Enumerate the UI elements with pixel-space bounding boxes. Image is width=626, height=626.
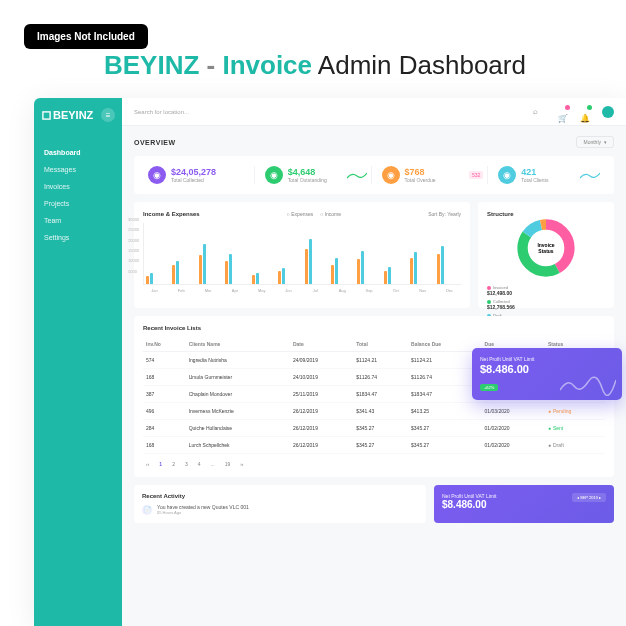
sidebar-item-settings[interactable]: Settings bbox=[44, 229, 112, 246]
table-row[interactable]: 168Lurch Schpellchek26/12/2019$345.27$34… bbox=[143, 437, 605, 454]
next-icon[interactable]: ›› bbox=[237, 460, 246, 468]
menu-toggle-icon[interactable] bbox=[101, 108, 115, 122]
net-profit-float-card: Net Profit Until VAT Limit $8.486.00 +62… bbox=[472, 348, 622, 400]
page-1[interactable]: 1 bbox=[156, 460, 165, 468]
sidebar-item-invoices[interactable]: Invoices bbox=[44, 178, 112, 195]
prev-icon[interactable]: ‹‹ bbox=[143, 460, 152, 468]
date-picker[interactable]: ◂ SEP 2019 ▸ bbox=[572, 493, 606, 502]
period-select[interactable]: Monthly bbox=[576, 136, 614, 148]
brand-name: BEYINZ bbox=[104, 50, 199, 80]
stat-icon: ◉ bbox=[498, 166, 516, 184]
page-3[interactable]: 3 bbox=[182, 460, 191, 468]
page-...[interactable]: ... bbox=[207, 460, 217, 468]
sort-select[interactable]: Sort By: Yearly bbox=[428, 211, 461, 217]
page-title: BEYINZ - Invoice Admin Dashboard bbox=[104, 50, 526, 81]
sidebar-item-projects[interactable]: Projects bbox=[44, 195, 112, 212]
page-4[interactable]: 4 bbox=[195, 460, 204, 468]
images-not-included-badge: Images Not Included bbox=[24, 24, 148, 49]
stat-card: ◉ $24,05,278Total Collected bbox=[144, 166, 255, 184]
page-2[interactable]: 2 bbox=[169, 460, 178, 468]
stat-card: ◉ 421Total Clients bbox=[494, 166, 604, 184]
pagination[interactable]: ‹‹1234...19›› bbox=[143, 460, 605, 468]
income-expenses-card: Income & Expenses ExpensesIncome Sort By… bbox=[134, 202, 470, 308]
stat-card: ◉ $768Total Overdue 532 bbox=[378, 166, 489, 184]
overview-title: OVERVIEW bbox=[134, 139, 176, 146]
table-title: Recent Invoice Lists bbox=[143, 325, 605, 331]
donut-chart: Invoice Status bbox=[515, 217, 577, 279]
structure-card: Structure Invoice Status Invoiced$12,498… bbox=[478, 202, 614, 308]
sidebar-item-messages[interactable]: Messages bbox=[44, 161, 112, 178]
recent-activity-card: Recent Activity 📄 You have created a new… bbox=[134, 485, 426, 523]
stats-row: ◉ $24,05,278Total Collected ◉ $4,648Tota… bbox=[134, 156, 614, 194]
activity-icon: 📄 bbox=[142, 505, 152, 515]
net-profit-card: Net Profit Until VAT Limit $8.486.00 ◂ S… bbox=[434, 485, 614, 523]
search-input[interactable]: Search for location... bbox=[134, 107, 558, 116]
chart-title: Income & Expenses bbox=[143, 211, 200, 217]
sidebar: BEYINZ DashboardMessagesInvoicesProjects… bbox=[34, 98, 122, 626]
table-row[interactable]: 284Quiche Hollandaise26/12/2019$345.27$3… bbox=[143, 420, 605, 437]
table-row[interactable]: 496Inverness McKenzie26/12/2019$341.43$4… bbox=[143, 403, 605, 420]
stat-icon: ◉ bbox=[382, 166, 400, 184]
notification-icon[interactable] bbox=[580, 107, 590, 117]
sidebar-item-dashboard[interactable]: Dashboard bbox=[44, 144, 112, 161]
dashboard-window: BEYINZ DashboardMessagesInvoicesProjects… bbox=[34, 98, 626, 626]
svg-rect-0 bbox=[43, 111, 50, 118]
page-19[interactable]: 19 bbox=[222, 460, 234, 468]
sidebar-item-team[interactable]: Team bbox=[44, 212, 112, 229]
growth-badge: +62% bbox=[480, 384, 498, 391]
avatar[interactable] bbox=[602, 106, 614, 118]
activity-item: 📄 You have created a new Quotes VLC 001 … bbox=[142, 504, 418, 515]
stat-card: ◉ $4,648Total Outstanding bbox=[261, 166, 372, 184]
stat-icon: ◉ bbox=[148, 166, 166, 184]
chart-legend: ExpensesIncome bbox=[287, 211, 341, 217]
stat-icon: ◉ bbox=[265, 166, 283, 184]
cart-icon[interactable] bbox=[558, 107, 568, 117]
topbar: Search for location... bbox=[122, 98, 626, 126]
invoice-table-card: Recent Invoice Lists Inv.NoClients NameD… bbox=[134, 316, 614, 477]
